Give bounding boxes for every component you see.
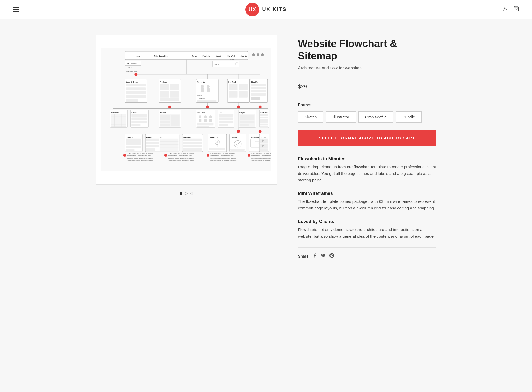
svg-rect-36 (126, 95, 146, 98)
product-image-wrapper: Home Main Navigation News Products About… (96, 35, 277, 185)
svg-rect-141 (126, 149, 134, 151)
svg-point-106 (209, 115, 212, 118)
format-buttons: Sketch Illustrator OmniGraffle Bundle (298, 111, 436, 123)
carousel-dots (180, 192, 193, 195)
svg-rect-42 (160, 91, 169, 98)
svg-rect-37 (126, 99, 138, 102)
svg-rect-107 (209, 119, 212, 122)
svg-rect-41 (170, 84, 179, 90)
format-bundle-button[interactable]: Bundle (396, 111, 422, 123)
svg-rect-103 (199, 119, 201, 122)
product-image-section: Home Main Navigation News Products About… (96, 35, 277, 259)
svg-rect-167 (209, 151, 220, 152)
svg-text:Bio: Bio (219, 112, 222, 114)
svg-point-49 (207, 85, 210, 88)
svg-point-12 (257, 53, 259, 56)
product-price: $29 (298, 84, 436, 90)
carousel-dot-2[interactable] (185, 192, 188, 195)
product-info-section: Website Flowchart & Sitemap Architecture… (298, 35, 436, 259)
svg-text:— intro: — intro (197, 94, 202, 96)
svg-text:adipiscing elit. Curabitur mas: adipiscing elit. Curabitur massa arcu, (251, 155, 271, 156)
svg-text:Featured: Featured (126, 136, 133, 138)
svg-text:sollicitudin elis et, aliquet.: sollicitudin elis et, aliquet. Cras dapi… (168, 157, 193, 159)
svg-rect-159 (183, 145, 201, 147)
svg-rect-114 (219, 121, 233, 123)
svg-text:— Wireframe: — Wireframe (126, 67, 135, 69)
svg-text:Our Work: Our Work (228, 81, 236, 83)
svg-text:Products: Products (202, 55, 210, 57)
svg-text:Products: Products (159, 81, 167, 83)
cart-icon[interactable] (513, 6, 519, 13)
feature-flowcharts: Flowcharts in Minutes Drag-n-drop elemen… (298, 156, 436, 183)
svg-rect-112 (219, 114, 233, 117)
svg-rect-124 (260, 114, 268, 116)
svg-rect-105 (204, 119, 207, 122)
svg-rect-92 (131, 124, 140, 126)
svg-point-188 (164, 154, 167, 157)
svg-text:Features: Features (260, 112, 268, 114)
svg-rect-128 (260, 124, 268, 126)
svg-rect-53 (197, 100, 216, 102)
svg-rect-171 (230, 149, 245, 151)
format-omnigraffle-button[interactable]: OmniGraffle (358, 111, 393, 123)
svg-text:◀ ▶: ◀ ▶ (126, 63, 129, 64)
svg-rect-113 (219, 118, 233, 120)
feature-clients-desc: Flowcharts not only demonstrate the arch… (298, 226, 436, 240)
add-to-cart-button[interactable]: SELECT FORMAT ABOVE TO ADD TO CART (298, 130, 436, 146)
svg-text:Article: Article (146, 136, 152, 138)
svg-text:hendrerit nibh. Cras dapibus n: hendrerit nibh. Cras dapibus non nisi ac… (251, 159, 271, 161)
svg-text:sollicitudin elis et, aliquet.: sollicitudin elis et, aliquet. Cras dapi… (127, 157, 152, 159)
svg-rect-157 (183, 139, 201, 141)
svg-text:News: News (192, 55, 197, 57)
svg-point-75 (258, 106, 261, 109)
svg-text:adipiscing elit. Curabitur mas: adipiscing elit. Curabitur massa arcu, (168, 155, 192, 156)
svg-rect-97 (171, 115, 179, 126)
svg-rect-40 (160, 84, 169, 90)
svg-text:Lorem ipsum dolor sit amet, co: Lorem ipsum dolor sit amet, consectetur (251, 152, 271, 154)
svg-rect-127 (260, 121, 268, 123)
feature-flowcharts-title: Flowcharts in Minutes (298, 156, 436, 162)
svg-text:About: About (216, 55, 221, 57)
svg-rect-140 (126, 146, 141, 148)
svg-rect-50 (207, 88, 210, 92)
carousel-dot-3[interactable] (190, 192, 193, 195)
hamburger-menu[interactable] (13, 7, 19, 12)
svg-rect-89 (131, 114, 147, 117)
facebook-icon[interactable] (312, 253, 317, 259)
carousel-dot-1[interactable] (180, 192, 182, 195)
feature-wireframes: Mini Wireframes The flowchart template c… (298, 191, 436, 212)
svg-point-11 (252, 53, 255, 56)
svg-rect-57 (238, 84, 247, 90)
svg-rect-66 (251, 97, 260, 100)
account-icon[interactable] (502, 6, 508, 13)
svg-rect-33 (126, 84, 146, 86)
svg-rect-43 (170, 91, 179, 98)
svg-point-135 (258, 130, 261, 133)
svg-text:News & Events: News & Events (126, 81, 138, 83)
svg-rect-182 (260, 148, 268, 151)
svg-rect-108 (197, 123, 213, 126)
format-illustrator-button[interactable]: Illustrator (326, 111, 356, 123)
header-right (502, 6, 519, 13)
svg-point-47 (201, 85, 204, 88)
svg-rect-119 (240, 115, 254, 120)
svg-text:Lorem ipsum dolor sit amet, co: Lorem ipsum dolor sit amet, consectetur (168, 152, 194, 154)
svg-point-69 (168, 106, 171, 109)
svg-point-133 (237, 130, 240, 133)
svg-rect-58 (229, 91, 237, 98)
svg-text:Event: Event (131, 112, 137, 114)
svg-rect-147 (146, 148, 155, 151)
svg-text:adipiscing elit. Curabitur mas: adipiscing elit. Curabitur massa arcu, (210, 155, 234, 156)
svg-rect-44 (160, 98, 179, 101)
svg-rect-120 (240, 121, 254, 123)
format-sketch-button[interactable]: Sketch (298, 111, 324, 123)
svg-text:hendrerit nibh. Cras dapibus n: hendrerit nibh. Cras dapibus non nisi ac… (210, 159, 237, 161)
svg-rect-79 (111, 114, 126, 127)
svg-point-102 (199, 115, 201, 118)
svg-text:— Services: — Services (197, 97, 204, 99)
twitter-icon[interactable] (321, 253, 326, 259)
svg-point-183 (123, 154, 126, 157)
svg-rect-150 (159, 139, 178, 151)
svg-text:sollicitudin elis et, aliquet.: sollicitudin elis et, aliquet. Cras dapi… (251, 157, 271, 159)
pinterest-icon[interactable] (329, 253, 334, 259)
